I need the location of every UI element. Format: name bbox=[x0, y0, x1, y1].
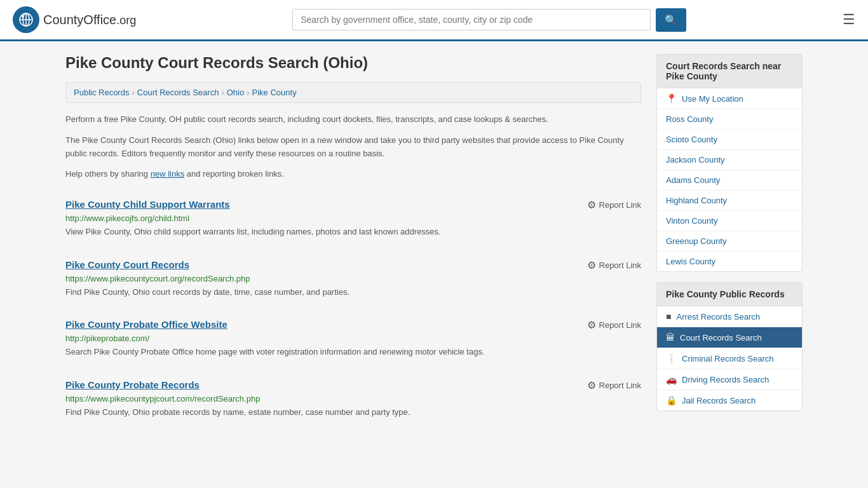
result-title-row: Pike County Probate Records ⚙ Report Lin… bbox=[65, 379, 641, 391]
sidebar: Court Records Search near Pike County 📍 … bbox=[656, 54, 803, 429]
breadcrumb: Public Records › Court Records Search › … bbox=[65, 82, 641, 103]
report-link-button[interactable]: ⚙ Report Link bbox=[587, 199, 641, 211]
result-title[interactable]: Pike County Probate Office Website bbox=[65, 319, 227, 330]
jail-records-item[interactable]: 🔒 Jail Records Search bbox=[657, 390, 802, 410]
result-url[interactable]: http://pikeprobate.com/ bbox=[65, 334, 641, 343]
public-records-section: Pike County Public Records ■ Arrest Reco… bbox=[656, 282, 803, 411]
sidebar-county-item[interactable]: Adams County bbox=[657, 170, 802, 191]
report-icon: ⚙ bbox=[587, 379, 596, 391]
highland-county-link[interactable]: Highland County bbox=[666, 196, 727, 205]
bc-sep-3: › bbox=[247, 88, 249, 97]
court-records-item[interactable]: 🏛 Court Records Search bbox=[657, 327, 802, 348]
breadcrumb-pike-county[interactable]: Pike County bbox=[252, 88, 297, 97]
page-title: Pike County Court Records Search (Ohio) bbox=[65, 54, 641, 72]
result-desc: View Pike County, Ohio child support war… bbox=[65, 226, 641, 238]
search-button[interactable]: 🔍 bbox=[656, 8, 686, 32]
criminal-records-item[interactable]: ❕ Criminal Records Search bbox=[657, 348, 802, 369]
nearby-section-title: Court Records Search near Pike County bbox=[657, 55, 802, 88]
bc-sep-1: › bbox=[132, 88, 134, 97]
new-links-link[interactable]: new links bbox=[151, 169, 184, 179]
arrest-records-item[interactable]: ■ Arrest Records Search bbox=[657, 306, 802, 327]
result-title[interactable]: Pike County Court Records bbox=[65, 259, 189, 270]
scioto-county-link[interactable]: Scioto County bbox=[666, 135, 717, 144]
result-title-row: Pike County Court Records ⚙ Report Link bbox=[65, 259, 641, 271]
use-my-location-link[interactable]: Use My Location bbox=[682, 94, 743, 104]
report-label: Report Link bbox=[599, 261, 641, 270]
vinton-county-link[interactable]: Vinton County bbox=[666, 216, 717, 226]
result-url[interactable]: https://www.pikecountycourt.org/recordSe… bbox=[65, 274, 641, 283]
sidebar-county-item[interactable]: Highland County bbox=[657, 191, 802, 211]
driving-icon: 🚗 bbox=[666, 374, 677, 384]
desc-text-1: Perform a free Pike County, OH public co… bbox=[65, 113, 641, 126]
lewis-county-link[interactable]: Lewis County bbox=[666, 257, 715, 266]
result-item: Pike County Probate Records ⚙ Report Lin… bbox=[65, 369, 641, 430]
greenup-county-link[interactable]: Greenup County bbox=[666, 236, 726, 246]
search-bar-area: 🔍 bbox=[292, 8, 686, 32]
court-records-link[interactable]: Court Records Search bbox=[680, 333, 762, 342]
jail-records-link[interactable]: Jail Records Search bbox=[682, 396, 756, 405]
breadcrumb-court-records[interactable]: Court Records Search bbox=[137, 88, 219, 97]
jail-icon: 🔒 bbox=[666, 395, 677, 405]
result-title-row: Pike County Probate Office Website ⚙ Rep… bbox=[65, 319, 641, 331]
report-link-button[interactable]: ⚙ Report Link bbox=[587, 319, 641, 331]
driving-records-link[interactable]: Driving Records Search bbox=[682, 375, 769, 384]
search-input[interactable] bbox=[292, 9, 651, 30]
report-label: Report Link bbox=[599, 200, 641, 210]
desc-text-2: The Pike County Court Records Search (Oh… bbox=[65, 134, 641, 161]
jackson-county-link[interactable]: Jackson County bbox=[666, 155, 725, 165]
logo-text: CountyOffice.org bbox=[43, 13, 136, 27]
main-content: Pike County Court Records Search (Ohio) … bbox=[65, 54, 641, 429]
hamburger-icon: ☰ bbox=[843, 11, 855, 27]
use-my-location-item[interactable]: 📍 Use My Location bbox=[657, 88, 802, 109]
report-icon: ⚙ bbox=[587, 259, 596, 271]
criminal-records-link[interactable]: Criminal Records Search bbox=[682, 354, 774, 363]
breadcrumb-ohio[interactable]: Ohio bbox=[227, 88, 244, 97]
report-link-button[interactable]: ⚙ Report Link bbox=[587, 259, 641, 271]
results-list: Pike County Child Support Warrants ⚙ Rep… bbox=[65, 189, 641, 429]
result-item: Pike County Probate Office Website ⚙ Rep… bbox=[65, 309, 641, 369]
sidebar-county-item[interactable]: Greenup County bbox=[657, 231, 802, 252]
result-item: Pike County Court Records ⚙ Report Link … bbox=[65, 249, 641, 309]
public-records-section-title: Pike County Public Records bbox=[657, 283, 802, 306]
logo-icon bbox=[13, 6, 39, 33]
driving-records-item[interactable]: 🚗 Driving Records Search bbox=[657, 369, 802, 390]
result-item: Pike County Child Support Warrants ⚙ Rep… bbox=[65, 189, 641, 249]
report-icon: ⚙ bbox=[587, 199, 596, 211]
logo-area: CountyOffice.org bbox=[13, 6, 136, 33]
breadcrumb-public-records[interactable]: Public Records bbox=[74, 88, 129, 97]
desc-text-3: Help others by sharing new links and rep… bbox=[65, 168, 641, 181]
report-link-button[interactable]: ⚙ Report Link bbox=[587, 379, 641, 391]
sidebar-county-item[interactable]: Lewis County bbox=[657, 252, 802, 271]
ross-county-link[interactable]: Ross County bbox=[666, 114, 713, 124]
adams-county-link[interactable]: Adams County bbox=[666, 175, 720, 185]
arrest-records-link[interactable]: Arrest Records Search bbox=[676, 312, 760, 322]
header: CountyOffice.org 🔍 ☰ bbox=[0, 0, 868, 41]
result-desc: Find Pike County, Ohio court records by … bbox=[65, 286, 641, 299]
nearby-section: Court Records Search near Pike County 📍 … bbox=[656, 54, 803, 272]
location-icon: 📍 bbox=[666, 93, 677, 104]
search-icon: 🔍 bbox=[665, 15, 677, 25]
court-icon: 🏛 bbox=[666, 332, 675, 342]
report-icon: ⚙ bbox=[587, 319, 596, 331]
content-wrapper: Pike County Court Records Search (Ohio) … bbox=[53, 41, 815, 442]
result-desc: Find Pike County, Ohio probate records b… bbox=[65, 406, 641, 419]
sidebar-county-item[interactable]: Ross County bbox=[657, 109, 802, 130]
criminal-icon: ❕ bbox=[666, 353, 677, 363]
result-title-row: Pike County Child Support Warrants ⚙ Rep… bbox=[65, 199, 641, 211]
report-label: Report Link bbox=[599, 381, 641, 390]
result-url[interactable]: http://www.pikecojfs.org/child.html bbox=[65, 214, 641, 223]
arrest-icon: ■ bbox=[666, 311, 671, 322]
menu-button[interactable]: ☰ bbox=[843, 11, 855, 28]
result-desc: Search Pike County Probate Office home p… bbox=[65, 346, 641, 358]
svg-point-5 bbox=[22, 15, 24, 18]
result-title[interactable]: Pike County Child Support Warrants bbox=[65, 199, 230, 210]
result-url[interactable]: https://www.pikecountypjcourt.com/record… bbox=[65, 394, 641, 403]
report-label: Report Link bbox=[599, 320, 641, 330]
sidebar-county-item[interactable]: Scioto County bbox=[657, 130, 802, 150]
bc-sep-2: › bbox=[221, 88, 224, 97]
sidebar-county-item[interactable]: Jackson County bbox=[657, 150, 802, 170]
result-title[interactable]: Pike County Probate Records bbox=[65, 379, 200, 390]
sidebar-county-item[interactable]: Vinton County bbox=[657, 211, 802, 231]
